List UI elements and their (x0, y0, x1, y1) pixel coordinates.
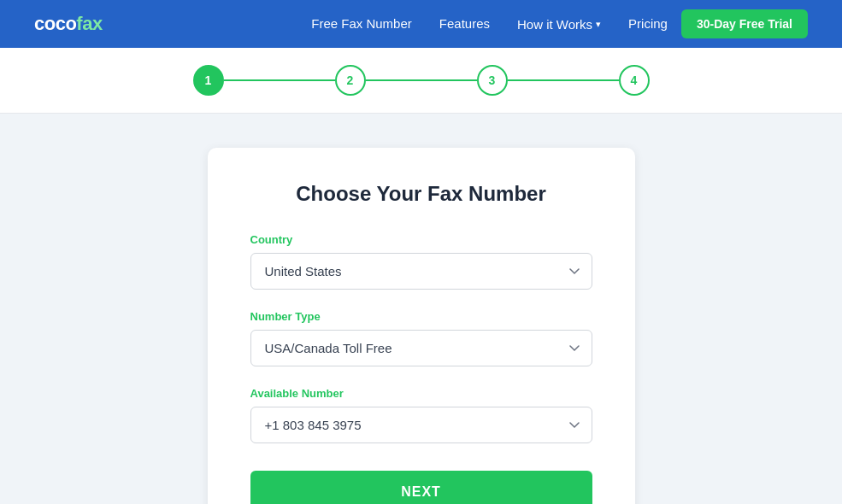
nav-features[interactable]: Features (439, 16, 490, 31)
trial-button[interactable]: 30-Day Free Trial (681, 9, 808, 38)
available-number-label: Available Number (250, 387, 592, 400)
step-line-2 (366, 79, 477, 81)
nav-how-it-works[interactable]: How it Works ▾ (517, 17, 601, 32)
country-label: Country (250, 233, 592, 246)
card-title: Choose Your Fax Number (250, 182, 592, 206)
chevron-down-icon: ▾ (596, 19, 601, 30)
country-group: Country United States Canada United King… (250, 233, 592, 290)
nav-pricing[interactable]: Pricing (628, 16, 668, 31)
step-1: 1 (193, 65, 224, 96)
form-card: Choose Your Fax Number Country United St… (208, 148, 635, 504)
step-2: 2 (335, 65, 366, 96)
country-select[interactable]: United States Canada United Kingdom Aust… (250, 253, 592, 290)
navbar: cocofax Free Fax Number Features How it … (0, 0, 842, 48)
stepper-bar: 1 2 3 4 (0, 48, 842, 114)
number-type-group: Number Type USA/Canada Toll Free Local N… (250, 310, 592, 366)
step-3: 3 (477, 65, 508, 96)
nav-free-fax-number[interactable]: Free Fax Number (311, 16, 412, 31)
available-number-select[interactable]: +1 803 845 3975 +1 803 845 3976 +1 803 8… (250, 407, 592, 443)
step-line-1 (224, 79, 335, 81)
next-button[interactable]: NEXT (250, 471, 592, 504)
step-line-3 (508, 79, 619, 81)
stepper: 1 2 3 4 (193, 65, 650, 96)
logo: cocofax (34, 13, 103, 35)
number-type-select[interactable]: USA/Canada Toll Free Local Number (250, 330, 592, 366)
nav-links: Free Fax Number Features How it Works ▾ … (311, 16, 668, 32)
step-4: 4 (619, 65, 650, 96)
number-type-label: Number Type (250, 310, 592, 323)
main-content: Choose Your Fax Number Country United St… (0, 114, 842, 504)
available-number-group: Available Number +1 803 845 3975 +1 803 … (250, 387, 592, 443)
